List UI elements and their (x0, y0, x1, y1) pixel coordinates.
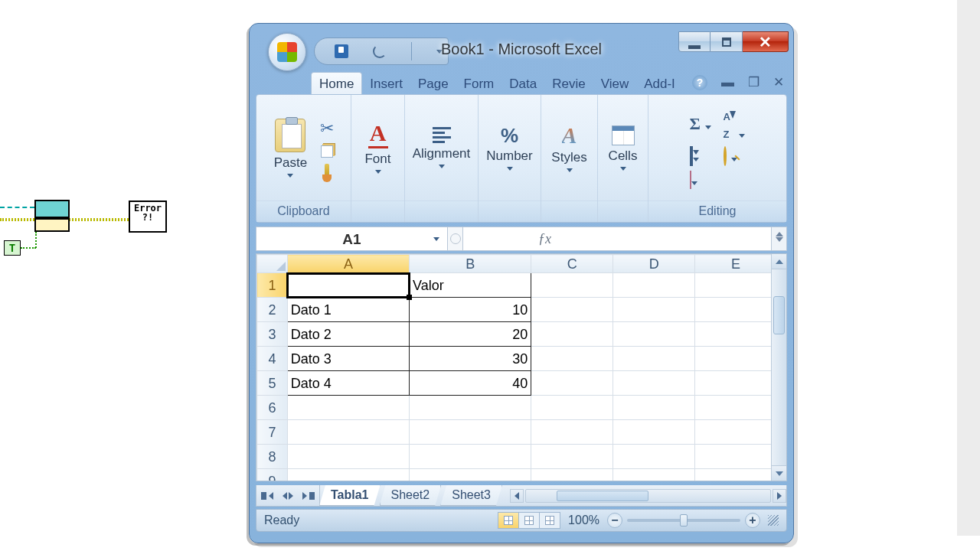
tab-page[interactable]: Page (410, 73, 456, 95)
fx-icon[interactable]: ƒx (538, 232, 551, 246)
cell-E8[interactable] (695, 445, 771, 469)
sort-filter-button[interactable]: AZ (724, 106, 746, 142)
format-painter-icon[interactable] (325, 164, 329, 178)
cell-C1[interactable] (531, 273, 613, 298)
cell-D4[interactable] (613, 347, 695, 371)
font-button[interactable]: A Font (360, 119, 395, 177)
cell-A5[interactable]: Dato 4 (287, 371, 409, 396)
paste-button[interactable]: Paste (270, 116, 312, 181)
cell-A4[interactable]: Dato 3 (287, 347, 409, 371)
cell-E2[interactable] (695, 298, 771, 322)
row-header-2[interactable]: 2 (257, 298, 288, 322)
cell-B1[interactable]: Valor (410, 273, 531, 298)
cell-D1[interactable] (613, 273, 695, 298)
find-button[interactable] (724, 148, 746, 165)
tab-nav-first[interactable] (261, 492, 273, 500)
col-header-D[interactable]: D (613, 255, 695, 273)
row-header-1[interactable]: 1 (257, 273, 288, 298)
expand-formula-bar[interactable] (771, 227, 786, 250)
cell-D6[interactable] (613, 396, 695, 420)
cell-E6[interactable] (695, 396, 771, 420)
tab-nav-prev[interactable] (275, 492, 287, 500)
zoom-handle[interactable] (680, 514, 688, 527)
qat-undo-icon[interactable] (373, 44, 387, 58)
col-header-C[interactable]: C (531, 255, 613, 273)
cells-button[interactable]: Cells (604, 122, 642, 174)
cell-E5[interactable] (695, 371, 771, 396)
tab-formulas[interactable]: Form (456, 73, 502, 95)
cell-D7[interactable] (613, 420, 695, 445)
cell-C6[interactable] (531, 396, 613, 420)
tab-nav-next[interactable] (289, 492, 301, 500)
cell-D5[interactable] (613, 371, 695, 396)
vertical-scrollbar[interactable] (771, 254, 786, 481)
sheet-tab-tabla1[interactable]: Tabla1 (319, 485, 381, 506)
horizontal-scrollbar[interactable] (510, 489, 786, 503)
tab-nav-last[interactable] (302, 492, 315, 500)
styles-button[interactable]: A Styles (547, 121, 591, 175)
cell-B3[interactable]: 20 (410, 322, 531, 347)
cell-E3[interactable] (695, 322, 771, 347)
cell-B4[interactable]: 30 (410, 347, 531, 371)
view-page-break-button[interactable] (539, 512, 560, 529)
row-header-4[interactable]: 4 (257, 347, 288, 371)
help-icon[interactable]: ? (692, 75, 707, 90)
autosum-button[interactable]: Σ (690, 116, 711, 133)
cell-D2[interactable] (613, 298, 695, 322)
mdi-close-icon[interactable]: ✕ (773, 74, 784, 90)
mdi-minimize-icon[interactable]: ▬ (721, 75, 734, 90)
cell-C4[interactable] (531, 347, 613, 371)
close-button[interactable]: ✕ (743, 31, 789, 52)
cell-D8[interactable] (613, 445, 695, 469)
tab-review[interactable]: Revie (544, 73, 593, 95)
row-header-3[interactable]: 3 (257, 322, 288, 347)
qat-save-icon[interactable] (335, 44, 348, 58)
tab-home[interactable]: Home (311, 72, 362, 95)
cell-B8[interactable] (410, 445, 531, 469)
cell-A1[interactable] (287, 273, 409, 298)
cell-B9[interactable] (410, 469, 531, 481)
cell-B5[interactable]: 40 (410, 371, 531, 396)
mdi-restore-icon[interactable]: ❐ (748, 74, 760, 90)
cell-A3[interactable]: Dato 2 (287, 322, 409, 347)
col-header-B[interactable]: B (410, 255, 531, 273)
zoom-in-button[interactable]: + (745, 513, 760, 528)
cell-D9[interactable] (613, 469, 695, 481)
scroll-up-button[interactable] (772, 254, 786, 269)
qat-customize-dropdown[interactable] (436, 50, 443, 54)
cell-D3[interactable] (613, 322, 695, 347)
select-all-corner[interactable] (257, 255, 288, 273)
cell-C8[interactable] (531, 445, 613, 469)
zoom-track[interactable] (627, 519, 740, 522)
cell-C5[interactable] (531, 371, 613, 396)
resize-grip-icon[interactable] (768, 515, 779, 526)
hscroll-thumb[interactable] (557, 491, 648, 501)
cell-C2[interactable] (531, 298, 613, 322)
office-button[interactable] (268, 33, 306, 71)
cell-E7[interactable] (695, 420, 771, 445)
row-header-7[interactable]: 7 (257, 420, 288, 445)
cell-E4[interactable] (695, 347, 771, 371)
tab-data[interactable]: Data (501, 73, 544, 95)
maximize-button[interactable] (710, 31, 743, 52)
cell-A7[interactable] (287, 420, 409, 445)
zoom-slider[interactable]: − + (607, 513, 760, 528)
cell-E1[interactable] (695, 273, 771, 298)
cell-E9[interactable] (695, 469, 771, 481)
scroll-right-button[interactable] (773, 489, 786, 503)
cell-B6[interactable] (410, 396, 531, 420)
cell-C9[interactable] (531, 469, 613, 481)
zoom-level[interactable]: 100% (568, 514, 599, 527)
view-normal-button[interactable] (498, 512, 519, 529)
sheet-tab-sheet2[interactable]: Sheet2 (380, 485, 442, 506)
row-header-9[interactable]: 9 (257, 469, 288, 481)
cell-C3[interactable] (531, 322, 613, 347)
formula-input[interactable]: ƒx (463, 227, 771, 250)
view-page-layout-button[interactable] (518, 512, 540, 529)
cut-icon[interactable]: ✂ (316, 118, 338, 139)
scroll-down-button[interactable] (772, 465, 786, 481)
name-box[interactable]: A1 (256, 227, 448, 250)
col-header-E[interactable]: E (695, 255, 771, 273)
cell-B7[interactable] (410, 420, 531, 445)
sheet-tab-sheet3[interactable]: Sheet3 (440, 485, 502, 506)
